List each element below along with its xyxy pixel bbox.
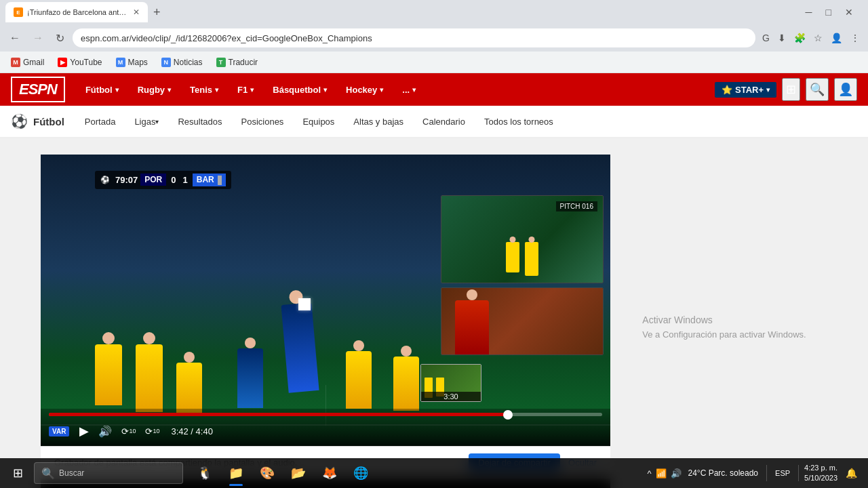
taskbar-search-box[interactable]: 🔍 Buscar	[34, 462, 183, 484]
download-icon[interactable]: ⬇	[775, 30, 789, 46]
chevron-down-icon: ▾	[323, 86, 327, 94]
corner-thumb-1: PITCH 016	[441, 195, 604, 283]
nav-hockey[interactable]: Hockey ▾	[336, 73, 393, 106]
active-tab[interactable]: E ¡Triunfazo de Barcelona ante Po... ✕	[5, 2, 148, 22]
futbol-subnav: ⚽ Fútbol Portada Ligas ▾ Resultados Posi…	[0, 106, 868, 138]
tab-close-button[interactable]: ✕	[133, 7, 140, 17]
star-plus-label: ⭐	[722, 85, 732, 95]
bookmark-gmail[interactable]: M Gmail	[8, 56, 47, 68]
youtube-icon: ▶	[58, 58, 67, 67]
taskbar-right: ^ 📶 🔊 24°C Parc. soleado ESP 4:23 p. m. …	[647, 463, 865, 484]
progress-fill	[49, 413, 508, 416]
activate-windows-desc: Ve a Configuración para activar Windows.	[642, 328, 806, 342]
activate-windows-title: Activar Windows	[642, 312, 806, 327]
forward-button[interactable]: →	[28, 29, 47, 47]
tray-weather[interactable]: 24°C Parc. soleado	[686, 468, 762, 478]
rewind-button[interactable]: ⟳10	[119, 424, 138, 439]
subnav-resultados[interactable]: Resultados	[168, 105, 231, 138]
user-account-icon[interactable]: 👤	[834, 78, 857, 101]
nav-basquetbol[interactable]: Básquetbol ▾	[263, 73, 336, 106]
chevron-down-icon: ▾	[380, 86, 383, 94]
chevron-down-icon: ▾	[766, 86, 770, 94]
traducir-icon: T	[216, 58, 226, 67]
subnav-todos-torneos[interactable]: Todos los torneos	[475, 105, 563, 138]
bookmark-label: Gmail	[23, 58, 44, 67]
extension-icon[interactable]: 🧩	[791, 30, 808, 46]
nav-futbol[interactable]: Fútbol ▾	[76, 73, 128, 106]
browser-actions: G ⬇ 🧩 ☆ 👤 ⋮	[760, 30, 863, 46]
grid-apps-icon[interactable]: ⊞	[782, 78, 800, 101]
google-icon[interactable]: G	[760, 30, 772, 46]
search-icon[interactable]: 🔍	[806, 78, 829, 101]
address-input[interactable]	[73, 28, 755, 47]
tray-chevron-icon[interactable]: ^	[647, 468, 651, 479]
soccer-ball-icon: ⚽	[11, 113, 28, 129]
nav-f1[interactable]: F1 ▾	[228, 73, 263, 106]
profile-icon[interactable]: 👤	[828, 30, 845, 46]
espn-logo: ESPN	[11, 77, 65, 102]
corner-thumb-2	[441, 287, 604, 355]
espn-topbar: ESPN Fútbol ▾ Rugby ▾ Tenis ▾ F1 ▾ Básqu…	[0, 73, 868, 106]
futbol-logo: ⚽ Fútbol	[11, 113, 64, 129]
taskbar-app-chrome[interactable]: 🌐	[346, 458, 376, 488]
time-display: 3:42 / 4:40	[171, 426, 212, 436]
video-player[interactable]: ⚽ 79:07 POR 0 1 BAR	[41, 155, 610, 488]
subnav-equipos[interactable]: Equipos	[293, 105, 344, 138]
progress-thumb[interactable]	[503, 410, 513, 420]
bookmark-label: Maps	[128, 58, 148, 67]
tab-favicon: E	[14, 7, 23, 17]
volume-button[interactable]: 🔊	[96, 423, 114, 440]
subnav-ligas[interactable]: Ligas ▾	[125, 105, 168, 138]
chevron-down-icon: ▾	[215, 86, 218, 94]
play-pause-button[interactable]: ▶	[77, 422, 91, 441]
taskbar-search-icon: 🔍	[41, 467, 55, 480]
taskbar-app-penguin[interactable]: 🐧	[190, 458, 220, 488]
chevron-down-icon: ▾	[167, 86, 171, 94]
notification-center-icon[interactable]: 🔔	[843, 468, 860, 479]
bookmark-icon[interactable]: ☆	[811, 30, 825, 46]
address-bar-row: ← → ↻ G ⬇ 🧩 ☆ 👤 ⋮	[0, 24, 868, 52]
bookmarks-bar: M Gmail ▶ YouTube M Maps N Noticias T Tr…	[0, 52, 868, 73]
bookmark-noticias[interactable]: N Noticias	[159, 56, 205, 68]
minimize-button[interactable]: ─	[802, 4, 816, 20]
close-button[interactable]: ✕	[841, 4, 857, 20]
tray-volume-icon[interactable]: 🔊	[671, 468, 682, 479]
taskbar-app-file[interactable]: 📂	[283, 458, 313, 488]
bookmark-traducir[interactable]: T Traducir	[214, 56, 261, 68]
seek-preview-thumbnail: 3:30	[420, 364, 481, 402]
more-options-icon[interactable]: ⋮	[848, 30, 863, 46]
taskbar-app-paint[interactable]: 🎨	[252, 458, 282, 488]
new-tab-button[interactable]: +	[151, 3, 163, 22]
nav-rugby[interactable]: Rugby ▾	[128, 73, 180, 106]
progress-bar[interactable]	[49, 413, 602, 416]
forward-button[interactable]: ⟳10	[143, 424, 161, 439]
tray-language[interactable]: ESP	[772, 469, 793, 477]
taskbar-start-button[interactable]: ⊞	[3, 458, 33, 488]
maps-icon: M	[116, 58, 125, 67]
star-plus-button[interactable]: ⭐ STAR+ ▾	[715, 82, 776, 98]
subnav-posiciones[interactable]: Posiciones	[232, 105, 294, 138]
subnav-portada[interactable]: Portada	[75, 105, 125, 138]
bookmark-label: YouTube	[70, 58, 102, 67]
taskbar-divider-2	[798, 465, 799, 481]
refresh-button[interactable]: ↻	[52, 29, 68, 47]
corner-thumbnails: PITCH 016	[441, 195, 604, 355]
nav-more[interactable]: ... ▾	[393, 73, 425, 106]
noticias-icon: N	[161, 58, 171, 67]
activate-windows-notice: Activar Windows Ve a Configuración para …	[642, 312, 806, 342]
nav-tenis[interactable]: Tenis ▾	[180, 73, 228, 106]
taskbar-app-explorer[interactable]: 📁	[221, 458, 251, 488]
bookmark-youtube[interactable]: ▶ YouTube	[55, 56, 104, 68]
maximize-button[interactable]: □	[822, 4, 835, 20]
seek-time-label: 3:30	[421, 392, 481, 401]
subnav-altas-bajas[interactable]: Altas y bajas	[344, 105, 413, 138]
tray-network-icon[interactable]: 📶	[656, 468, 667, 479]
back-button[interactable]: ←	[5, 29, 24, 47]
chevron-down-icon: ▾	[250, 86, 254, 94]
taskbar-app-firefox[interactable]: 🦊	[315, 458, 344, 488]
subnav-calendario[interactable]: Calendario	[413, 105, 475, 138]
bookmark-maps[interactable]: M Maps	[113, 56, 151, 68]
content-area: ⚽ 79:07 POR 0 1 BAR	[0, 138, 868, 488]
pitch-badge: PITCH 016	[556, 201, 597, 211]
taskbar-clock[interactable]: 4:23 p. m. 5/10/2023	[804, 463, 837, 484]
